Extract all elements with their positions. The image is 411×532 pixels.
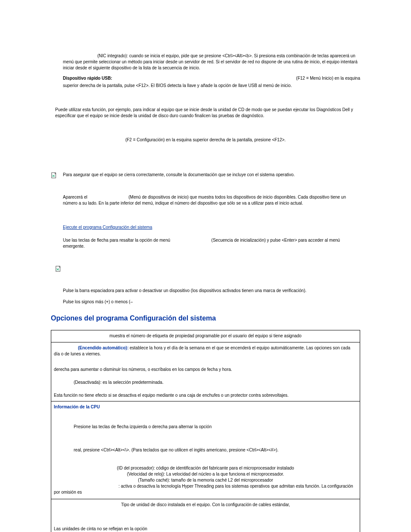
usb-right-text: (F12 = Menú Inicio) en la esquina [296,75,360,81]
table-row: (Encendido automático): establece la hor… [51,342,360,401]
table-row: muestra el número de etiqueta de propied… [51,330,360,342]
usb-continuation: superior derecha de la pantalla, pulse <… [63,83,360,89]
note-icon [51,172,57,178]
section-boot-devices: (NIC integrado): cuando se inicia el equ… [63,53,360,89]
diagnostics-paragraph: Puede utilizar esta función, por ejemplo… [55,107,360,119]
table-row: Información de la CPU Presione las tecla… [51,401,360,499]
note-icon [55,266,61,272]
document-page: (NIC integrado): cuando se inicia el equ… [0,0,411,532]
note-row-1: Para asegurar que el equipo se cierra co… [51,172,360,178]
auto-power-cell: (Encendido automático): establece la hor… [51,342,360,401]
spacebar-line: Pulse la barra espaciadora para activar … [63,288,360,294]
usb-line: Dispositivo rápido USB: (F12 = Menú Inic… [63,75,360,81]
note-row-2 [55,265,360,272]
note-1-text: Para asegurar que el equipo se cierra co… [63,172,360,178]
table-row: Tipo de unidad de disco instalada en el … [51,499,360,532]
plus-minus-line: Pulse los signos más (+) o menos (– [63,299,360,305]
section-heading: Opciones del programa Configuración del … [51,314,360,322]
nic-paragraph: (NIC integrado): cuando se inicia el equ… [63,53,360,71]
options-table: muestra el número de etiqueta de propied… [51,330,360,532]
asset-tag-cell: muestra el número de etiqueta de propied… [51,330,360,342]
usb-label: Dispositivo rápido USB: [63,76,112,81]
boot-menu-paragraph: Aparecerá el (Menú de dispositivos de in… [63,194,360,206]
disk-cell: Tipo de unidad de disco instalada en el … [51,499,360,532]
config-link-line: Ejecute el programa Configuración del si… [63,224,360,230]
cpu-info-cell: Información de la CPU Presione las tecla… [51,401,360,499]
run-system-config-link[interactable]: Ejecute el programa Configuración del si… [63,225,152,230]
arrow-keys-line: Use las teclas de flecha para resaltar l… [63,237,360,249]
f2-line: (F2 = Configuración) en la esquina super… [51,137,360,143]
